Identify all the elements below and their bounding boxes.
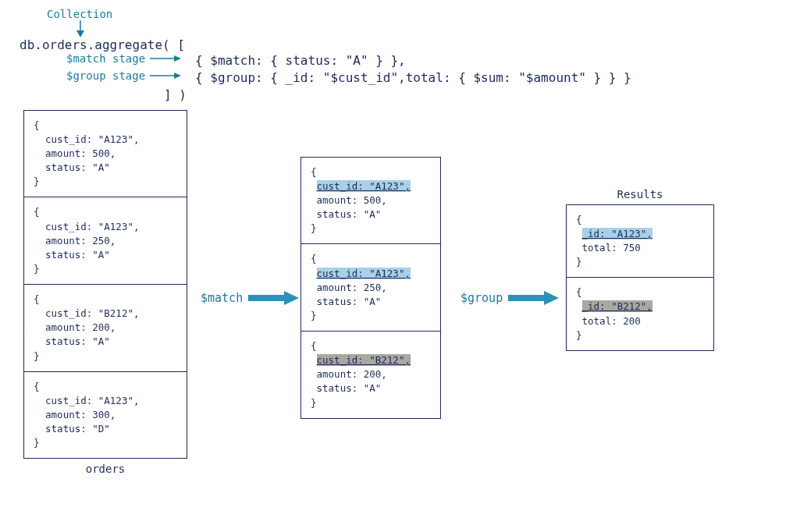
matched-doc: { cust_id: "B212", amount: 200, status: … bbox=[300, 332, 441, 419]
code-line-open: db.orders.aggregate( [ bbox=[20, 37, 777, 52]
code-line-match: { $match: { status: "A" } }, bbox=[195, 52, 777, 69]
results-doc: { _id: "B212", total: 200 } bbox=[566, 278, 714, 351]
results-label: Results bbox=[566, 188, 714, 200]
orders-doc: { cust_id: "B212", amount: 200, status: … bbox=[23, 285, 187, 372]
svg-marker-9 bbox=[544, 291, 559, 305]
arrow-down-icon bbox=[74, 20, 777, 37]
orders-doc: { cust_id: "A123", amount: 250, status: … bbox=[23, 197, 187, 285]
orders-label: orders bbox=[23, 463, 187, 475]
matched-column: { cust_id: "A123", amount: 500, status: … bbox=[300, 157, 441, 419]
group-flow-label: $group bbox=[461, 291, 503, 305]
group-stage-annotation: $group stage bbox=[66, 69, 181, 82]
arrow-right-thick-icon bbox=[248, 289, 299, 307]
code-line-group: { $group: { _id: "$cust_id",total: { $su… bbox=[195, 69, 777, 87]
match-flow-arrow: $match bbox=[201, 289, 299, 307]
svg-marker-5 bbox=[174, 73, 181, 79]
matched-doc: { cust_id: "A123", amount: 250, status: … bbox=[300, 244, 441, 332]
group-flow-arrow: $group bbox=[461, 289, 559, 307]
results-doc: { _id: "A123", total: 750 } bbox=[566, 204, 714, 278]
orders-doc: { cust_id: "A123", amount: 300, status: … bbox=[23, 372, 187, 459]
arrow-right-thick-icon bbox=[508, 289, 559, 307]
svg-marker-1 bbox=[76, 30, 84, 37]
group-stage-label: $group stage bbox=[66, 69, 145, 82]
match-stage-label: $match stage bbox=[66, 52, 145, 65]
orders-column: { cust_id: "A123", amount: 500, status: … bbox=[23, 110, 187, 476]
match-stage-annotation: $match stage bbox=[66, 52, 181, 65]
arrow-right-icon bbox=[150, 55, 181, 62]
svg-marker-3 bbox=[174, 55, 181, 62]
svg-marker-7 bbox=[284, 291, 299, 305]
collection-annotation: Collection bbox=[47, 8, 777, 20]
matched-doc: { cust_id: "A123", amount: 500, status: … bbox=[300, 157, 441, 245]
code-line-close: ] ) bbox=[164, 87, 777, 102]
orders-doc: { cust_id: "A123", amount: 500, status: … bbox=[23, 110, 187, 198]
results-column: Results { _id: "A123", total: 750 }{ _id… bbox=[566, 188, 714, 351]
match-flow-label: $match bbox=[201, 291, 243, 305]
arrow-right-icon bbox=[150, 72, 181, 80]
